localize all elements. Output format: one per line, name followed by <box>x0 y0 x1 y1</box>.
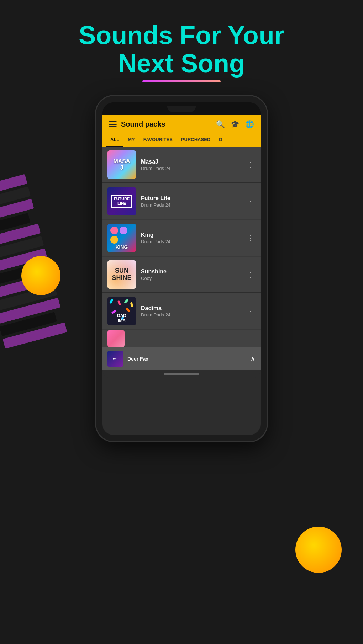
tab-purchased[interactable]: PURCHASED <box>177 133 215 147</box>
king-more-button[interactable]: ⋮ <box>246 232 256 244</box>
masaj-author: Drum Pads 24 <box>141 166 241 171</box>
tab-all[interactable]: ALL <box>106 133 123 147</box>
tab-favourites[interactable]: FAVOURITES <box>139 133 177 147</box>
dadima-author: Drum Pads 24 <box>141 312 241 318</box>
app-header: Sound packs 🔍 🎓 🌐 <box>102 115 261 133</box>
app-header-right: 🔍 🎓 🌐 <box>216 120 254 128</box>
masaj-info: MasaJ Drum Pads 24 <box>136 159 246 171</box>
king-info: King Drum Pads 24 <box>136 232 246 244</box>
king-thumbnail: KING <box>107 224 136 252</box>
masaj-more-button[interactable]: ⋮ <box>246 159 256 170</box>
king-author: Drum Pads 24 <box>141 239 241 244</box>
player-info: Deer Fax <box>123 356 250 362</box>
dadima-thumbnail: DADIMA <box>107 297 136 325</box>
globe-icon[interactable]: 🌐 <box>245 120 254 128</box>
orb-right <box>295 527 342 573</box>
sunshine-thumbnail: SUNSHINE <box>107 260 136 289</box>
futurelife-info: Future Life Drum Pads 24 <box>136 195 246 208</box>
orb-left <box>21 256 60 295</box>
tab-more[interactable]: D <box>215 133 226 147</box>
app-header-left: Sound packs <box>109 120 165 128</box>
phone-mockup: Sound packs 🔍 🎓 🌐 ALL MY FAVOURITES PURC… <box>96 96 267 441</box>
school-icon[interactable]: 🎓 <box>231 120 240 128</box>
list-item[interactable]: KING King Drum Pads 24 ⋮ <box>102 220 261 256</box>
partial-thumbnail <box>107 330 125 347</box>
hamburger-menu-button[interactable] <box>109 121 117 127</box>
dadima-name: Dadima <box>141 305 241 312</box>
sound-list: MASAJ MasaJ Drum Pads 24 ⋮ FUTURELIFE Fu… <box>102 147 261 347</box>
player-expand-button[interactable]: ∧ <box>250 355 256 363</box>
tab-my[interactable]: MY <box>123 133 139 147</box>
home-indicator <box>102 370 261 378</box>
hero-section: Sounds For Your Next Song <box>0 21 363 82</box>
phone-outer: Sound packs 🔍 🎓 🌐 ALL MY FAVOURITES PURC… <box>96 96 267 441</box>
masaj-thumbnail: MASAJ <box>107 150 136 179</box>
sunshine-info: Sunshine Coby <box>136 268 246 281</box>
futurelife-more-button[interactable]: ⋮ <box>246 196 256 207</box>
futurelife-author: Drum Pads 24 <box>141 202 241 208</box>
list-item[interactable]: SUNSHINE Sunshine Coby ⋮ <box>102 257 261 293</box>
list-item[interactable]: FUTURELIFE Future Life Drum Pads 24 ⋮ <box>102 183 261 219</box>
player-track-name: Deer Fax <box>127 356 246 362</box>
king-name: King <box>141 232 241 238</box>
player-thumbnail: WS <box>107 351 123 367</box>
search-icon[interactable]: 🔍 <box>216 120 225 128</box>
sunshine-author: Coby <box>141 276 241 281</box>
list-item-partial <box>102 330 261 347</box>
list-item[interactable]: DADIMA Dadima Drum Pads 24 ⋮ <box>102 293 261 329</box>
phone-notch <box>167 106 196 112</box>
list-item[interactable]: MASAJ MasaJ Drum Pads 24 ⋮ <box>102 147 261 183</box>
sunshine-name: Sunshine <box>141 268 241 275</box>
masaj-name: MasaJ <box>141 159 241 165</box>
futurelife-thumbnail: FUTURELIFE <box>107 187 136 215</box>
phone-notch-area <box>102 102 261 115</box>
tabs-bar: ALL MY FAVOURITES PURCHASED D <box>102 133 261 147</box>
futurelife-name: Future Life <box>141 195 241 202</box>
hero-title: Sounds For Your Next Song <box>0 21 363 78</box>
player-bar[interactable]: WS Deer Fax ∧ <box>102 347 261 370</box>
phone-screen: Sound packs 🔍 🎓 🌐 ALL MY FAVOURITES PURC… <box>102 115 261 435</box>
dadima-more-button[interactable]: ⋮ <box>246 305 256 317</box>
home-bar <box>164 373 199 375</box>
sunshine-more-button[interactable]: ⋮ <box>246 269 256 280</box>
hero-underline <box>142 80 221 82</box>
app-title: Sound packs <box>121 120 165 128</box>
dadima-info: Dadima Drum Pads 24 <box>136 305 246 318</box>
